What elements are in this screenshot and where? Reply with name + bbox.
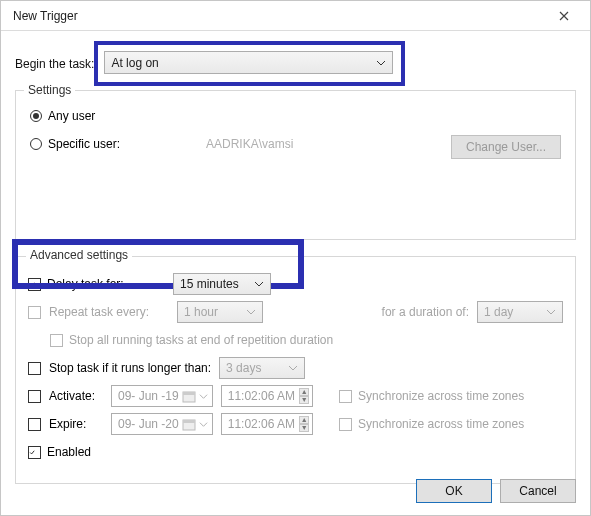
duration-dropdown[interactable]: 1 day bbox=[477, 301, 563, 323]
settings-group: Settings Any user Specific user: AADRIKA… bbox=[15, 90, 576, 240]
cancel-button[interactable]: Cancel bbox=[500, 479, 576, 503]
expire-date-field[interactable]: 09- Jun -20 bbox=[111, 413, 213, 435]
stop-longer-dropdown[interactable]: 3 days bbox=[219, 357, 305, 379]
expire-time: 11:02:06 AM bbox=[228, 417, 295, 431]
activate-label: Activate: bbox=[49, 389, 103, 403]
begin-task-row: Begin the task: At log on bbox=[15, 45, 576, 82]
titlebar: New Trigger bbox=[1, 1, 590, 31]
ok-label: OK bbox=[445, 484, 462, 498]
stop-longer-value: 3 days bbox=[226, 361, 261, 375]
expire-time-field[interactable]: 11:02:06 AM ▲▼ bbox=[221, 413, 313, 435]
activate-date: 09- Jun -19 bbox=[118, 389, 179, 403]
cancel-label: Cancel bbox=[519, 484, 556, 498]
advanced-group: Advanced settings Delay task for: 15 min… bbox=[15, 256, 576, 484]
window-title: New Trigger bbox=[13, 9, 78, 23]
delay-label: Delay task for: bbox=[47, 277, 167, 291]
repeat-row: Repeat task every: 1 hour for a duration… bbox=[28, 301, 563, 323]
expire-date: 09- Jun -20 bbox=[118, 417, 179, 431]
enabled-row: Enabled bbox=[28, 441, 563, 463]
stop-longer-row: Stop task if it runs longer than: 3 days bbox=[28, 357, 563, 379]
new-trigger-dialog: New Trigger Begin the task: At log on Se… bbox=[0, 0, 591, 516]
ok-button[interactable]: OK bbox=[416, 479, 492, 503]
radio-specific-user[interactable] bbox=[30, 138, 42, 150]
svg-rect-3 bbox=[183, 420, 195, 423]
specific-user-label: Specific user: bbox=[48, 137, 120, 151]
radio-any-user[interactable] bbox=[30, 110, 42, 122]
delay-dropdown[interactable]: 15 minutes bbox=[173, 273, 271, 295]
checkmark-icon bbox=[29, 279, 35, 290]
activate-time-field[interactable]: 11:02:06 AM ▲▼ bbox=[221, 385, 313, 407]
duration-value: 1 day bbox=[484, 305, 513, 319]
repeat-value: 1 hour bbox=[184, 305, 218, 319]
stop-all-checkbox[interactable] bbox=[50, 334, 63, 347]
any-user-label: Any user bbox=[48, 109, 95, 123]
stop-all-label: Stop all running tasks at end of repetit… bbox=[69, 333, 333, 347]
chevron-down-icon bbox=[246, 307, 256, 317]
change-user-label: Change User... bbox=[466, 140, 546, 154]
activate-time: 11:02:06 AM bbox=[228, 389, 295, 403]
delay-checkbox[interactable] bbox=[28, 278, 41, 291]
repeat-dropdown[interactable]: 1 hour bbox=[177, 301, 263, 323]
activate-checkbox[interactable] bbox=[28, 390, 41, 403]
expire-row: Expire: 09- Jun -20 11:02:06 AM ▲▼ Synch… bbox=[28, 413, 563, 435]
expire-sync-label: Synchronize across time zones bbox=[358, 417, 524, 431]
calendar-icon bbox=[182, 417, 196, 431]
chevron-down-icon bbox=[546, 307, 556, 317]
expire-label: Expire: bbox=[49, 417, 103, 431]
begin-task-label: Begin the task: bbox=[15, 57, 94, 71]
close-icon bbox=[559, 11, 569, 21]
expire-checkbox[interactable] bbox=[28, 418, 41, 431]
close-button[interactable] bbox=[546, 5, 582, 27]
settings-legend: Settings bbox=[24, 83, 75, 97]
chevron-down-icon bbox=[376, 58, 386, 68]
dialog-footer: OK Cancel bbox=[416, 479, 576, 503]
activate-sync-checkbox[interactable] bbox=[339, 390, 352, 403]
any-user-row[interactable]: Any user bbox=[30, 109, 561, 123]
chevron-down-icon bbox=[199, 392, 208, 401]
activate-row: Activate: 09- Jun -19 11:02:06 AM ▲▼ Syn… bbox=[28, 385, 563, 407]
begin-task-value: At log on bbox=[111, 56, 158, 70]
stop-longer-checkbox[interactable] bbox=[28, 362, 41, 375]
duration-label: for a duration of: bbox=[382, 305, 469, 319]
repeat-label: Repeat task every: bbox=[49, 305, 169, 319]
svg-rect-1 bbox=[183, 392, 195, 395]
enabled-label: Enabled bbox=[47, 445, 91, 459]
advanced-legend: Advanced settings bbox=[26, 248, 132, 262]
checkmark-icon bbox=[29, 447, 35, 458]
delay-value: 15 minutes bbox=[180, 277, 239, 291]
enabled-checkbox[interactable] bbox=[28, 446, 41, 459]
begin-task-dropdown[interactable]: At log on bbox=[104, 51, 393, 74]
spinner-icon[interactable]: ▲▼ bbox=[299, 416, 309, 432]
calendar-icon bbox=[182, 389, 196, 403]
chevron-down-icon bbox=[288, 363, 298, 373]
chevron-down-icon bbox=[254, 279, 264, 289]
stop-all-row: Stop all running tasks at end of repetit… bbox=[50, 329, 563, 351]
change-user-area: Change User... bbox=[451, 135, 561, 159]
activate-date-field[interactable]: 09- Jun -19 bbox=[111, 385, 213, 407]
expire-sync: Synchronize across time zones bbox=[339, 417, 524, 431]
specific-user-value: AADRIKA\vamsi bbox=[206, 137, 293, 151]
delay-row: Delay task for: 15 minutes bbox=[28, 273, 563, 295]
change-user-button[interactable]: Change User... bbox=[451, 135, 561, 159]
activate-sync: Synchronize across time zones bbox=[339, 389, 524, 403]
dialog-body: Begin the task: At log on Settings Any u… bbox=[1, 31, 590, 494]
stop-longer-label: Stop task if it runs longer than: bbox=[49, 361, 211, 375]
spinner-icon[interactable]: ▲▼ bbox=[299, 388, 309, 404]
activate-sync-label: Synchronize across time zones bbox=[358, 389, 524, 403]
repeat-checkbox[interactable] bbox=[28, 306, 41, 319]
advanced-section: Advanced settings Delay task for: 15 min… bbox=[15, 256, 576, 484]
chevron-down-icon bbox=[199, 420, 208, 429]
expire-sync-checkbox[interactable] bbox=[339, 418, 352, 431]
highlight-begin: At log on bbox=[98, 45, 401, 82]
